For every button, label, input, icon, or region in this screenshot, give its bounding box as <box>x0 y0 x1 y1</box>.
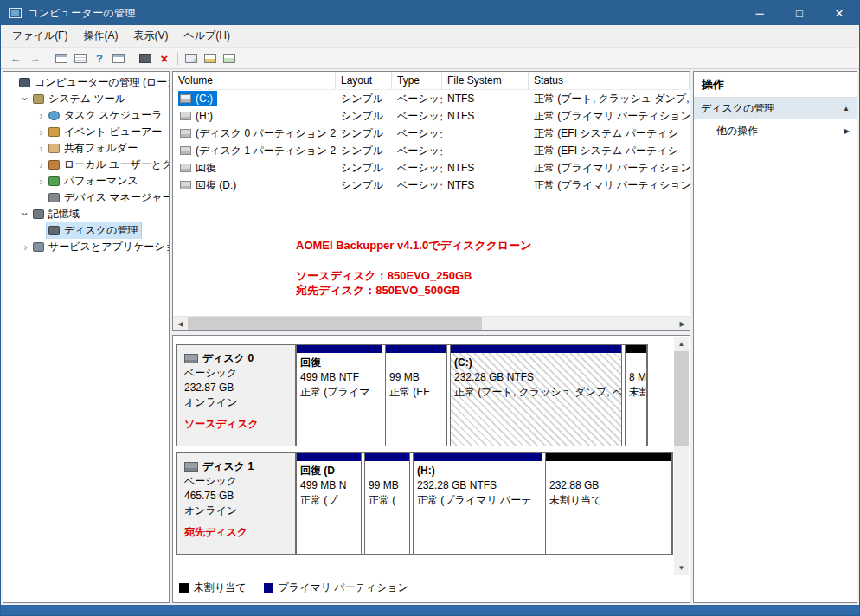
submenu-arrow-icon[interactable]: ▶ <box>844 127 850 135</box>
partition-efi[interactable]: 99 MB正常 (EF <box>385 345 447 446</box>
forward-icon[interactable]: → <box>25 48 44 67</box>
tree-item-services-applications[interactable]: › サービスとアプリケーション <box>3 239 169 255</box>
primary-legend-label: プライマリ パーティション <box>279 581 408 595</box>
refresh-icon[interactable] <box>182 48 201 67</box>
chevron-collapsed-icon[interactable]: › <box>35 176 47 187</box>
volume-row-c[interactable]: (C:) シンプル ベーシック NTFS 正常 (ブート, クラッシュ ダンプ, <box>173 90 690 107</box>
chevron-collapsed-icon[interactable]: › <box>20 241 31 253</box>
volume-layout: シンプル <box>336 90 392 107</box>
volume-row-recovery[interactable]: 回復 シンプル ベーシック NTFS 正常 (プライマリ パーティション) <box>173 159 690 176</box>
partition-unallocated-8mb[interactable]: 8 M未割 <box>625 345 647 446</box>
scroll-left-icon[interactable]: ◀ <box>173 317 188 331</box>
tree-item-device-manager[interactable]: › デバイス マネージャー <box>3 189 169 206</box>
volume-type: ベーシック <box>392 90 442 107</box>
chevron-collapsed-icon[interactable]: › <box>35 143 47 154</box>
tree-item-event-viewer[interactable]: › イベント ビューアー <box>3 124 169 140</box>
partition-status: 正常 (EF <box>389 385 443 400</box>
minimize-button[interactable]: ─ <box>740 1 780 25</box>
partition-title <box>389 356 443 370</box>
chevron-collapsed-icon[interactable]: › <box>35 126 47 138</box>
chevron-collapsed-icon[interactable]: › <box>35 110 47 121</box>
partition-recovery[interactable]: 回復499 MB NTF正常 (プライマ <box>296 345 382 446</box>
partition-size: 232.88 GB <box>549 478 668 493</box>
volume-row-recovery-d[interactable]: 回復 (D:) シンプル ベーシック NTFS 正常 (プライマリ パーティショ… <box>173 176 690 194</box>
scroll-down-icon[interactable]: ▼ <box>674 561 689 575</box>
tree-item-storage[interactable]: › 記憶域 <box>3 206 169 222</box>
partition-unallocated[interactable]: 232.88 GB未割り当て <box>545 453 672 554</box>
close-button[interactable]: ✕ <box>819 1 859 25</box>
delete-volume-icon[interactable]: × <box>155 48 174 67</box>
volume-row-disk0-part2[interactable]: (ディスク 0 パーティション 2) シンプル ベーシック 正常 (EFI シス… <box>173 125 690 142</box>
partition-c[interactable]: (C:)232.28 GB NTFS正常 (ブート, クラッシュ ダンプ, ペ <box>450 345 622 446</box>
disk-kind: ベーシック <box>184 474 290 489</box>
scroll-right-icon[interactable]: ▶ <box>675 317 690 331</box>
statusbar-icon[interactable] <box>136 48 155 67</box>
edit-icon[interactable] <box>201 48 220 67</box>
back-icon[interactable]: ← <box>6 48 25 67</box>
scroll-up-icon[interactable]: ▲ <box>674 337 689 351</box>
tree-item-system-tools[interactable]: › システム ツール <box>3 91 169 107</box>
volume-label: 回復 <box>196 161 216 176</box>
chevron-expanded-icon[interactable]: › <box>20 209 31 220</box>
chevron-collapsed-icon[interactable]: › <box>35 159 47 170</box>
export-list-icon[interactable] <box>71 48 90 67</box>
menu-view[interactable]: 表示(V) <box>125 26 176 46</box>
partition-efi[interactable]: 99 MB正常 ( <box>364 453 410 554</box>
primary-partition-bar <box>365 453 409 461</box>
services-icon <box>33 242 44 252</box>
actions-section-disk-management[interactable]: ディスクの管理 ▲ <box>694 98 857 119</box>
more-actions-label: 他の操作 <box>716 124 758 138</box>
actions-more-actions[interactable]: 他の操作 ▶ <box>694 119 857 142</box>
column-volume[interactable]: Volume <box>173 72 336 89</box>
disk-1-info[interactable]: ディスク 1 ベーシック 465.75 GB オンライン 宛先ディスク <box>177 453 296 554</box>
tree-item-performance[interactable]: › パフォーマンス <box>3 173 169 189</box>
scrollbar-track[interactable] <box>188 317 675 331</box>
scrollbar-thumb[interactable] <box>674 351 689 446</box>
column-layout[interactable]: Layout <box>336 72 392 89</box>
tree-item-computer-management[interactable]: › コンピューターの管理 (ローカ <box>3 74 169 91</box>
partition-status: 正常 (プライマリ パーテ <box>417 493 538 508</box>
help-icon[interactable]: ? <box>90 48 109 67</box>
chevron-expanded-icon[interactable]: › <box>20 93 31 105</box>
volume-status: 正常 (ブート, クラッシュ ダンプ, <box>529 90 690 107</box>
show-console-tree-icon[interactable] <box>52 48 71 67</box>
column-status[interactable]: Status <box>529 72 690 89</box>
checklist-icon[interactable] <box>220 48 239 67</box>
minimize-icon: ─ <box>755 7 763 20</box>
properties-icon[interactable] <box>109 48 128 67</box>
menu-file[interactable]: ファイル(F) <box>4 26 75 46</box>
annotation-line-1: AOMEI Backupper v4.1.0でディスククローン <box>296 238 532 253</box>
menu-help[interactable]: ヘルプ(H) <box>176 26 238 46</box>
vertical-scrollbar[interactable]: ▲ ▼ <box>674 337 689 575</box>
tree-item-shared-folders[interactable]: › 共有フォルダー <box>3 140 169 157</box>
collapse-section-icon[interactable]: ▲ <box>843 105 850 112</box>
column-file-system[interactable]: File System <box>442 72 529 89</box>
tree-item-task-scheduler[interactable]: › タスク スケジューラ <box>3 107 169 124</box>
partition-status: 正常 (プ <box>300 493 357 508</box>
disk-icon <box>184 354 198 363</box>
scrollbar-track[interactable] <box>674 351 689 561</box>
document-pencil-icon <box>204 54 216 63</box>
tree-item-disk-management[interactable]: › ディスクの管理 <box>3 222 169 239</box>
partition-status: 正常 ( <box>369 493 406 508</box>
tree-item-local-users-groups[interactable]: › ローカル ユーザーとグル <box>3 157 169 173</box>
task-scheduler-icon <box>48 111 60 120</box>
disk-kind: ベーシック <box>184 366 290 381</box>
partition-legend: 未割り当て プライマリ パーティション <box>179 581 408 595</box>
scrollbar-thumb[interactable] <box>188 317 482 331</box>
volume-status: 正常 (プライマリ パーティション) <box>529 159 690 176</box>
disk-0-info[interactable]: ディスク 0 ベーシック 232.87 GB オンライン ソースディスク <box>177 345 296 446</box>
column-type[interactable]: Type <box>392 72 442 89</box>
partition-recovery-d[interactable]: 回復 (D499 MB N正常 (プ <box>296 453 362 554</box>
primary-legend-swatch <box>264 583 273 593</box>
volume-row-disk1-part2[interactable]: (ディスク 1 パーティション 2) シンプル ベーシック 正常 (EFI シス… <box>173 142 690 159</box>
disk-annotation: 宛先ディスク <box>184 525 290 540</box>
computer-management-icon <box>9 8 22 18</box>
maximize-button[interactable]: □ <box>780 1 819 25</box>
volume-row-h[interactable]: (H:) シンプル ベーシック NTFS 正常 (プライマリ パーティション) <box>173 107 690 125</box>
partition-h[interactable]: (H:)232.28 GB NTFS正常 (プライマリ パーテ <box>413 453 542 554</box>
volume-icon <box>180 181 191 189</box>
horizontal-scrollbar[interactable]: ◀ ▶ <box>173 316 690 330</box>
menu-action[interactable]: 操作(A) <box>75 26 125 46</box>
toolbar: ← → ? × <box>1 47 859 69</box>
